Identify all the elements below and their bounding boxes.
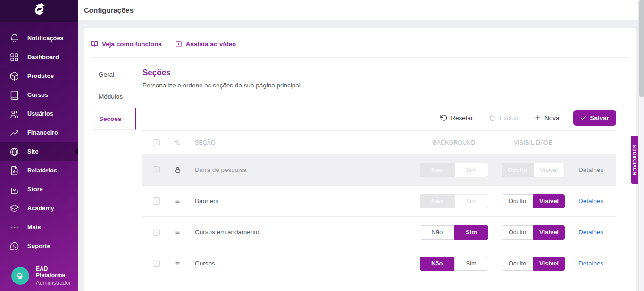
toggle-visivel[interactable]: Visivel	[533, 194, 565, 208]
page-title: Configurações	[84, 6, 134, 14]
tab-label: Geral	[99, 71, 114, 78]
secoes-pane: Seções Personalize e ordene as seções da…	[136, 58, 629, 284]
details-link[interactable]: Detalhes	[578, 260, 616, 267]
sidebar-item-academy[interactable]: Academy	[0, 199, 78, 218]
reset-icon	[440, 114, 447, 121]
tab-label: Módulos	[99, 93, 123, 100]
toggle-oculto[interactable]: Oculto	[502, 194, 533, 208]
details-link: Detalhes	[578, 166, 616, 173]
sort-icon[interactable]	[173, 139, 182, 147]
drag-handle-icon[interactable]	[173, 260, 182, 267]
package-icon	[9, 71, 19, 81]
toggle-nao: Não	[420, 194, 454, 208]
visibility-toggle: Oculto Visivel	[502, 194, 565, 208]
drag-handle-icon[interactable]	[173, 229, 182, 236]
book-icon	[9, 90, 19, 100]
sidebar-item-label: Academy	[27, 205, 54, 212]
sidebar-item-suporte[interactable]: Suporte	[0, 237, 78, 256]
sidebar-item-label: Usuários	[27, 111, 53, 117]
sidebar-item-label: Dashboard	[27, 54, 59, 60]
toggle-nao[interactable]: Não	[420, 257, 454, 271]
whatsapp-icon	[9, 241, 19, 251]
sidebar-item-cursos[interactable]: Cursos	[0, 86, 78, 104]
toggle-sim: Sim	[454, 194, 489, 208]
novidades-tab[interactable]: NOVIDADES	[631, 136, 638, 184]
toggle-visivel[interactable]: Visivel	[533, 257, 565, 271]
sidebar-item-financeiro[interactable]: Financeiro	[0, 123, 78, 142]
tab-geral[interactable]: Geral	[91, 63, 136, 86]
save-button[interactable]: Salvar	[573, 110, 616, 126]
sidebar-item-label: Suporte	[27, 243, 50, 249]
app-logo[interactable]	[0, 0, 78, 22]
table-row-cursos: Cursos Não Sim Oculto Visivel Detalhes	[142, 248, 616, 279]
sidebar-item-label: Cursos	[27, 92, 48, 98]
visibility-toggle: Oculto Visivel	[502, 225, 565, 240]
row-name: Banners	[195, 197, 420, 205]
select-all-checkbox[interactable]	[153, 139, 160, 146]
button-label: Salvar	[590, 114, 609, 121]
button-label: Nova	[544, 114, 560, 121]
drag-handle-icon[interactable]	[173, 197, 182, 205]
sidebar-item-produtos[interactable]: Produtos	[0, 67, 78, 86]
ellipsis-icon	[9, 222, 19, 232]
table-toolbar: Resetar Excluir Nova	[142, 110, 616, 126]
row-name: Barra de pesquisa	[195, 166, 420, 173]
help-links: Veja como funciona Assista ao vídeo	[91, 37, 629, 51]
tab-secoes[interactable]: Seções	[91, 108, 136, 130]
row-checkbox[interactable]	[153, 229, 160, 236]
sidebar-item-label: Financeiro	[27, 129, 58, 136]
scrollbar-thumb[interactable]	[639, 0, 644, 97]
sidebar-item-site[interactable]: Site	[0, 142, 78, 161]
toggle-sim[interactable]: Sim	[454, 257, 489, 271]
toggle-nao[interactable]: Não	[420, 225, 454, 240]
sidebar-item-usuarios[interactable]: Usuários	[0, 104, 78, 123]
report-icon	[9, 165, 19, 176]
sidebar-item-dashboard[interactable]: Dashboard	[0, 48, 78, 67]
reset-button[interactable]: Resetar	[440, 114, 473, 121]
button-label: Resetar	[451, 114, 473, 121]
toggle-oculto[interactable]: Oculto	[502, 225, 533, 240]
plus-icon	[535, 114, 541, 121]
sidebar-item-label: Store	[27, 186, 43, 193]
row-checkbox[interactable]	[153, 197, 160, 205]
toggle-sim[interactable]: Sim	[454, 225, 489, 240]
bell-icon	[9, 33, 19, 43]
new-button[interactable]: Nova	[535, 114, 560, 121]
sidebar-nav: Notificações Dashboard Produtos Cursos	[0, 22, 78, 256]
sidebar-item-label: Notificações	[27, 35, 64, 42]
row-checkbox[interactable]	[153, 260, 160, 267]
user-profile[interactable]: EAD Plataforma Administrador	[0, 265, 78, 286]
sidebar-item-relatorios[interactable]: Relatórios	[0, 161, 78, 180]
link-veja-como-funciona[interactable]: Veja como funciona	[91, 40, 162, 48]
sidebar-item-notificacoes[interactable]: Notificações	[0, 29, 78, 48]
details-link[interactable]: Detalhes	[578, 229, 616, 236]
row-checkbox	[153, 166, 160, 173]
toggle-visivel[interactable]: Visivel	[533, 225, 565, 240]
sidebar-item-mais[interactable]: Mais	[0, 218, 78, 237]
screen: Notificações Dashboard Produtos Cursos	[0, 0, 644, 291]
column-header-visibilidade: VÍSIBILIDADE	[502, 139, 565, 146]
link-label: Veja como funciona	[102, 41, 162, 48]
toggle-nao: Não	[420, 163, 454, 177]
profile-name: EAD Plataforma	[36, 265, 78, 279]
toggle-oculto[interactable]: Oculto	[502, 257, 533, 271]
globe-icon	[9, 146, 19, 157]
toggle-sim: Sim	[454, 163, 489, 177]
link-assista-ao-video[interactable]: Assista ao vídeo	[175, 41, 236, 48]
details-link[interactable]: Detalhes	[578, 197, 616, 205]
row-name: Cursos	[195, 260, 420, 267]
table-row-barra-de-pesquisa: Barra de pesquisa Não Sim Oculto Visivel…	[142, 154, 616, 186]
trash-icon	[489, 114, 496, 121]
background-toggle: Não Sim	[420, 257, 488, 271]
section-subtitle: Personalize e ordene as seções da sua pá…	[142, 82, 616, 89]
ead-logo-icon	[29, 0, 49, 21]
tab-modulos[interactable]: Módulos	[91, 86, 136, 108]
button-label: Excluir	[499, 114, 519, 121]
table-row-cursos-em-andamento: Cursos em andamento Não Sim Oculto Visiv…	[142, 217, 616, 248]
table-header: SEÇÃO BACKGROUND VÍSIBILIDADE	[142, 131, 616, 154]
dashboard-grid-icon	[9, 52, 19, 62]
sidebar-item-store[interactable]: Store	[0, 180, 78, 199]
sidebar: Notificações Dashboard Produtos Cursos	[0, 0, 78, 291]
top-header: Configurações	[78, 0, 638, 20]
graduation-cap-icon	[9, 203, 19, 214]
